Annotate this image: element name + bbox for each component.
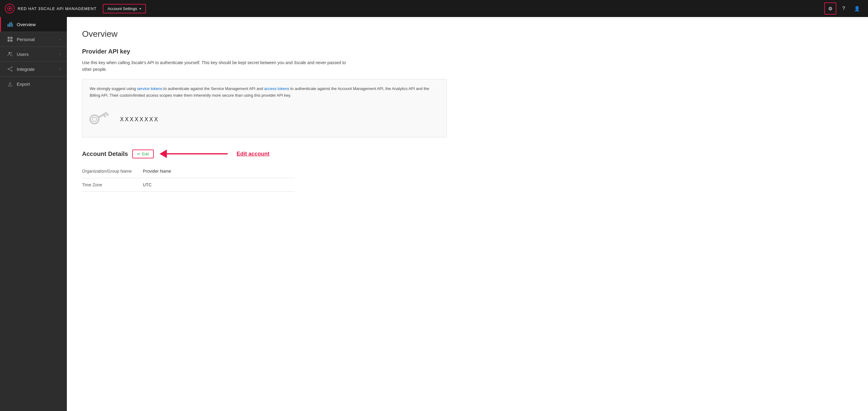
export-icon (7, 81, 13, 87)
svg-rect-2 (9, 23, 10, 27)
arrow-head (160, 150, 167, 158)
svg-line-15 (9, 69, 11, 70)
chevron-right-icon: › (60, 37, 61, 41)
account-details-header-row: Account Details ✏ Edit Edit account (82, 150, 853, 158)
sidebar-label-users: Users (17, 52, 29, 57)
annotation-arrow (160, 150, 228, 158)
top-navigation: RED HAT 3SCALE API MANAGEMENT Account Se… (0, 0, 868, 17)
edit-button-label: Edit (142, 152, 149, 156)
sidebar-label-personal: Personal (17, 37, 35, 42)
provider-api-section: Provider API key Use this key when calli… (82, 48, 853, 138)
chevron-right-icon: › (60, 67, 61, 71)
service-tokens-link[interactable]: service tokens (137, 86, 162, 91)
main-layout: Overview Personal › (0, 17, 868, 411)
integrate-icon (7, 66, 13, 72)
help-button[interactable]: ? (838, 2, 850, 14)
provider-api-title: Provider API key (82, 48, 853, 55)
field-label-timezone: Time Zone (82, 178, 143, 192)
field-label-org: Organization/Group Name (82, 165, 143, 178)
svg-point-12 (11, 66, 12, 68)
svg-rect-1 (8, 24, 8, 27)
grid-icon (7, 36, 13, 42)
svg-rect-6 (10, 37, 12, 39)
brand-icon (5, 4, 14, 13)
sidebar-item-integrate[interactable]: Integrate › (0, 62, 67, 76)
field-value-org: Provider Name (143, 165, 295, 178)
chevron-right-icon: › (60, 52, 61, 56)
edit-account-annotation-link[interactable]: Edit account (237, 151, 270, 157)
account-details-title: Account Details (82, 150, 128, 157)
brand-name: RED HAT 3SCALE API MANAGEMENT (18, 6, 97, 11)
access-tokens-link[interactable]: access tokens (264, 86, 289, 91)
main-content: Overview Provider API key Use this key w… (67, 17, 868, 411)
svg-point-17 (91, 116, 97, 122)
key-icon (86, 106, 114, 133)
sidebar-label-integrate: Integrate (17, 66, 35, 72)
table-row: Time Zone UTC (82, 178, 295, 192)
account-details-section: Account Details ✏ Edit Edit account Orga… (82, 150, 853, 192)
chart-icon (7, 21, 13, 27)
svg-point-10 (11, 52, 12, 54)
pencil-icon: ✏ (137, 152, 141, 156)
page-title: Overview (82, 29, 853, 39)
sidebar-item-export[interactable]: Export (0, 77, 67, 91)
user-menu-button[interactable]: 👤 (851, 2, 863, 14)
sidebar-label-overview: Overview (17, 22, 36, 27)
api-key-masked-value: XXXXXXXX (120, 116, 159, 123)
sidebar-item-personal[interactable]: Personal › (0, 32, 67, 47)
sidebar-item-users[interactable]: Users › (0, 47, 67, 61)
svg-point-11 (8, 68, 9, 69)
svg-rect-8 (10, 39, 12, 42)
arrow-shaft (167, 153, 228, 154)
svg-rect-5 (8, 37, 10, 39)
api-key-info-box: We strongly suggest using service tokens… (82, 79, 447, 138)
nav-right-actions: ⚙ ? 👤 (824, 2, 863, 14)
gear-settings-button[interactable]: ⚙ (824, 2, 836, 14)
svg-point-16 (89, 114, 100, 125)
key-display-area: XXXXXXXX (90, 105, 439, 131)
svg-rect-7 (8, 39, 10, 42)
svg-point-13 (11, 70, 12, 71)
sidebar-item-overview[interactable]: Overview (0, 17, 67, 32)
field-value-timezone: UTC (143, 178, 295, 192)
svg-rect-3 (11, 22, 11, 27)
info-box-text: We strongly suggest using service tokens… (90, 85, 439, 99)
sidebar: Overview Personal › (0, 17, 67, 411)
users-icon (7, 51, 13, 57)
edit-account-button[interactable]: ✏ Edit (132, 150, 153, 158)
chevron-down-icon: ▾ (140, 7, 141, 10)
svg-rect-4 (12, 23, 13, 27)
svg-rect-18 (97, 112, 107, 119)
api-key-description: Use this key when calling 3scale's API t… (82, 59, 355, 73)
account-details-title-group: Account Details ✏ Edit (82, 150, 154, 158)
table-row: Organization/Group Name Provider Name (82, 165, 295, 178)
sidebar-label-export: Export (17, 82, 30, 87)
brand-logo: RED HAT 3SCALE API MANAGEMENT (5, 4, 97, 13)
svg-line-14 (9, 67, 11, 69)
account-settings-button[interactable]: Account Settings ▾ (103, 4, 146, 13)
svg-point-9 (8, 52, 10, 54)
account-details-table: Organization/Group Name Provider Name Ti… (82, 165, 295, 192)
